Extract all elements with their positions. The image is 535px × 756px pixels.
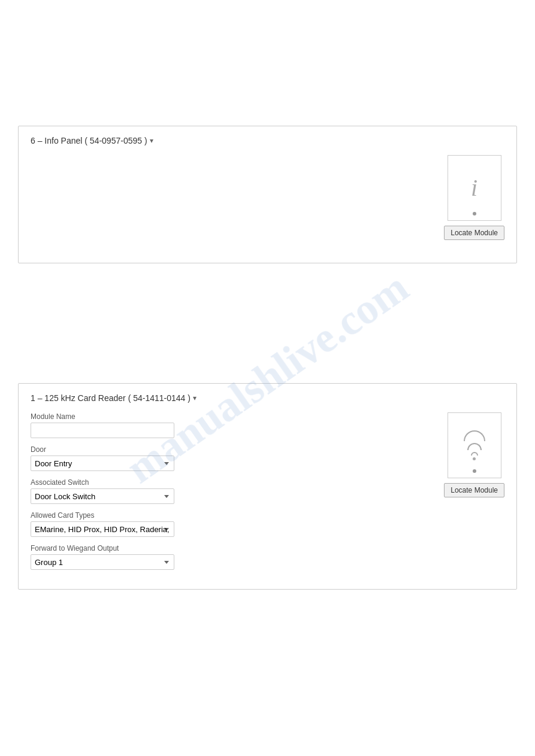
- forward-wiegand-label: Forward to Wiegand Output: [31, 544, 432, 552]
- info-module-image-box: i: [448, 155, 501, 221]
- associated-switch-select[interactable]: Door Lock Switch: [31, 488, 174, 504]
- info-panel-chevron[interactable]: ▾: [150, 136, 153, 145]
- module-name-label: Module Name: [31, 412, 432, 421]
- associated-switch-label: Associated Switch: [31, 478, 432, 487]
- card-reader-panel-chevron[interactable]: ▾: [193, 394, 197, 402]
- info-locate-button[interactable]: Locate Module: [444, 226, 504, 240]
- info-panel-body: i Locate Module: [31, 155, 504, 251]
- allowed-card-types-group: Allowed Card Types EMarine, HID Prox, HI…: [31, 511, 432, 537]
- card-reader-panel-right: Locate Module: [444, 412, 504, 497]
- card-reader-panel-card: 1 – 125 kHz Card Reader ( 54-1411-0144 )…: [18, 383, 517, 590]
- associated-switch-group: Associated Switch Door Lock Switch: [31, 478, 432, 504]
- wifi-arc-medium: [467, 443, 482, 450]
- card-reader-panel-title: 1 – 125 kHz Card Reader ( 54-1411-0144 )…: [31, 393, 504, 403]
- card-reader-fields: Module Name Door Door Entry Associated S…: [31, 412, 432, 577]
- info-icon: i: [471, 176, 477, 200]
- top-spacer: [18, 12, 517, 126]
- mid-spacer: [18, 287, 517, 383]
- module-name-group: Module Name: [31, 412, 432, 438]
- info-module-dot: [473, 212, 476, 215]
- page-content: 6 – Info Panel ( 54-0957-0595 ) ▾ i Loca…: [0, 0, 535, 626]
- info-panel-title-text: 6 – Info Panel ( 54-0957-0595 ): [31, 136, 147, 145]
- card-reader-locate-button[interactable]: Locate Module: [444, 483, 504, 497]
- forward-wiegand-group: Forward to Wiegand Output Group 1: [31, 544, 432, 570]
- info-panel-title: 6 – Info Panel ( 54-0957-0595 ) ▾: [31, 136, 504, 145]
- wifi-arc-large: [464, 430, 485, 441]
- card-reader-module-image-box: [448, 412, 501, 478]
- card-reader-panel-title-text: 1 – 125 kHz Card Reader ( 54-1411-0144 ): [31, 393, 191, 403]
- card-reader-panel-body: Module Name Door Door Entry Associated S…: [31, 412, 504, 577]
- allowed-card-types-label: Allowed Card Types: [31, 511, 432, 520]
- wifi-arc-small: [471, 452, 478, 456]
- allowed-card-types-select[interactable]: EMarine, HID Prox, HID Prox, Raderia, H: [31, 521, 174, 537]
- wifi-icon: [464, 430, 485, 460]
- module-name-input[interactable]: [31, 423, 174, 438]
- info-panel-card: 6 – Info Panel ( 54-0957-0595 ) ▾ i Loca…: [18, 126, 517, 263]
- wifi-dot: [473, 457, 476, 460]
- door-select[interactable]: Door Entry: [31, 456, 174, 471]
- door-label: Door: [31, 445, 432, 454]
- info-panel-right: i Locate Module: [444, 155, 504, 251]
- door-group: Door Door Entry: [31, 445, 432, 471]
- card-reader-module-dot: [473, 469, 476, 473]
- forward-wiegand-select[interactable]: Group 1: [31, 554, 174, 570]
